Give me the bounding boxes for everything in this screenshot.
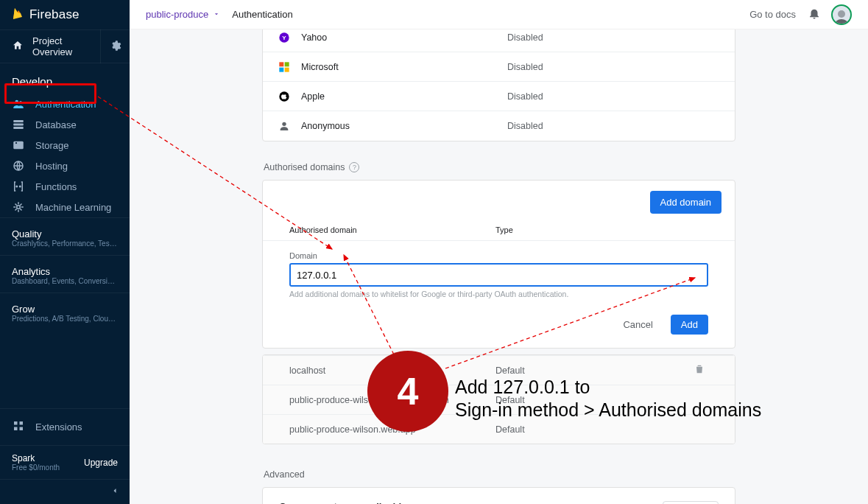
functions-icon (12, 180, 25, 193)
domain-row[interactable]: public-produce-wilson.web.appDefault (263, 414, 735, 444)
svg-point-0 (15, 100, 19, 104)
globe-icon (12, 159, 25, 172)
sidebar-item-storage[interactable]: Storage (0, 135, 130, 155)
sidebar-group-quality[interactable]: Quality Crashlytics, Performance, Test L… (0, 217, 130, 255)
domain-input[interactable] (289, 263, 708, 287)
provider-name: Anonymous (301, 121, 507, 131)
authorised-domains-card: Add domain Authorised domain Type Domain… (262, 180, 735, 349)
delete-icon[interactable] (694, 363, 708, 377)
add-domain-button[interactable]: Add domain (650, 191, 721, 214)
domain-input-block: Domain Add additional domains to whiteli… (263, 240, 735, 315)
sidebar-item-label: Extensions (35, 421, 82, 433)
project-name: public-produce (146, 9, 208, 20)
firebase-flame-icon (12, 7, 24, 24)
svg-point-8 (16, 186, 18, 187)
provider-row[interactable]: YYahooDisabled (263, 29, 735, 52)
change-button[interactable]: Change (663, 501, 719, 504)
settings-gear-button[interactable] (100, 29, 130, 63)
sidebar-overview-label: Project Overview (32, 35, 88, 57)
brand-name: Firebase (29, 7, 80, 22)
help-icon[interactable]: ? (349, 162, 359, 172)
authorised-domains-header: Authorised domains ? (264, 162, 735, 172)
svg-rect-2 (13, 120, 24, 122)
sidebar-group-title: Analytics (0, 263, 130, 277)
chevron-left-icon (110, 486, 119, 497)
docs-link[interactable]: Go to docs (749, 9, 796, 20)
svg-text:Y: Y (282, 34, 286, 41)
sidebar-group-subtitle: Dashboard, Events, Conversions, Audi… (0, 277, 130, 285)
domain-name: public-produce-wilson.firebaseapp.com (289, 395, 495, 405)
sidebar-group-title: Quality (0, 225, 130, 239)
yahoo-icon: Y (278, 31, 291, 44)
provider-name: Yahoo (301, 32, 507, 43)
add-button[interactable]: Add (671, 315, 708, 335)
sidebar-item-extensions[interactable]: Extensions (0, 408, 130, 445)
svg-rect-4 (13, 127, 24, 129)
domain-input-label: Domain (289, 251, 708, 260)
svg-rect-3 (13, 124, 24, 126)
providers-card: YYahooDisabledMicrosoftDisabledAppleDisa… (262, 29, 735, 141)
domains-table-head: Authorised domain Type (263, 221, 735, 240)
sidebar-item-functions[interactable]: Functions (0, 176, 130, 197)
sidebar-group-grow[interactable]: Grow Predictions, A/B Testing, Cloud Mes… (0, 293, 130, 330)
plan-price: Free $0/month (12, 463, 60, 472)
provider-row[interactable]: MicrosoftDisabled (263, 52, 735, 82)
domain-type: Default (495, 424, 708, 435)
notifications-bell-icon[interactable] (808, 7, 821, 22)
domain-type: Default (495, 365, 694, 376)
sidebar-item-label: Functions (35, 181, 77, 192)
sidebar-item-authentication[interactable]: Authentication (0, 94, 130, 114)
advanced-title: One account per email address (279, 501, 663, 504)
svg-point-10 (17, 206, 21, 209)
database-icon (12, 118, 25, 131)
col-type-label: Type (495, 225, 708, 234)
sidebar-section-develop: Develop (0, 63, 130, 94)
sidebar-item-project-overview[interactable]: Project Overview (0, 35, 100, 57)
domain-row[interactable]: public-produce-wilson.firebaseapp.comDef… (263, 385, 735, 414)
topbar: public-produce Authentication Go to docs (130, 0, 868, 29)
svg-rect-13 (279, 62, 283, 66)
breadcrumb: Authentication (232, 9, 292, 20)
brand-row[interactable]: Firebase (0, 0, 130, 29)
sidebar-collapse-button[interactable] (0, 479, 130, 504)
apple-icon (278, 90, 291, 103)
sidebar-group-subtitle: Predictions, A/B Testing, Cloud Mess… (0, 315, 130, 323)
plan-row: Spark Free $0/month Upgrade (0, 445, 130, 479)
sidebar-item-database[interactable]: Database (0, 114, 130, 135)
domain-name: public-produce-wilson.web.app (289, 424, 495, 435)
upgrade-button[interactable]: Upgrade (84, 458, 118, 468)
gear-icon (110, 40, 121, 54)
sidebar-item-label: Storage (35, 140, 69, 151)
svg-rect-14 (285, 62, 289, 66)
sidebar-group-analytics[interactable]: Analytics Dashboard, Events, Conversions… (0, 255, 130, 293)
dropdown-caret-icon (213, 9, 220, 20)
svg-rect-5 (13, 141, 24, 150)
sidebar-group-subtitle: Crashlytics, Performance, Test Lab a… (0, 239, 130, 248)
microsoft-icon (278, 60, 291, 74)
plan-name: Spark (12, 453, 60, 463)
project-selector[interactable]: public-produce (146, 9, 220, 20)
domain-type: Default (495, 395, 708, 405)
col-domain-label: Authorised domain (289, 225, 495, 234)
provider-status: Disabled (507, 62, 543, 72)
user-avatar[interactable] (831, 4, 852, 25)
sidebar-item-hosting[interactable]: Hosting (0, 155, 130, 176)
main-content: YYahooDisabledMicrosoftDisabledAppleDisa… (130, 29, 868, 504)
home-icon (12, 40, 24, 54)
domain-name: localhost (289, 365, 495, 376)
svg-point-9 (20, 186, 21, 187)
provider-row[interactable]: AppleDisabled (263, 82, 735, 111)
svg-point-1 (19, 101, 22, 104)
sidebar-item-label: Authentication (35, 99, 96, 110)
sidebar-item-label: Hosting (35, 161, 68, 172)
extensions-icon (12, 419, 25, 435)
domain-row[interactable]: localhostDefault (263, 355, 735, 385)
ml-icon (12, 200, 25, 214)
sidebar-item-label: Database (35, 119, 77, 130)
domain-input-hint: Add additional domains to whitelist for … (289, 290, 708, 298)
advanced-header: Advanced (264, 469, 735, 480)
svg-point-6 (15, 142, 17, 144)
cancel-button[interactable]: Cancel (618, 318, 657, 331)
sidebar-item-ml[interactable]: Machine Learning (0, 197, 130, 217)
provider-row[interactable]: AnonymousDisabled (263, 111, 735, 141)
